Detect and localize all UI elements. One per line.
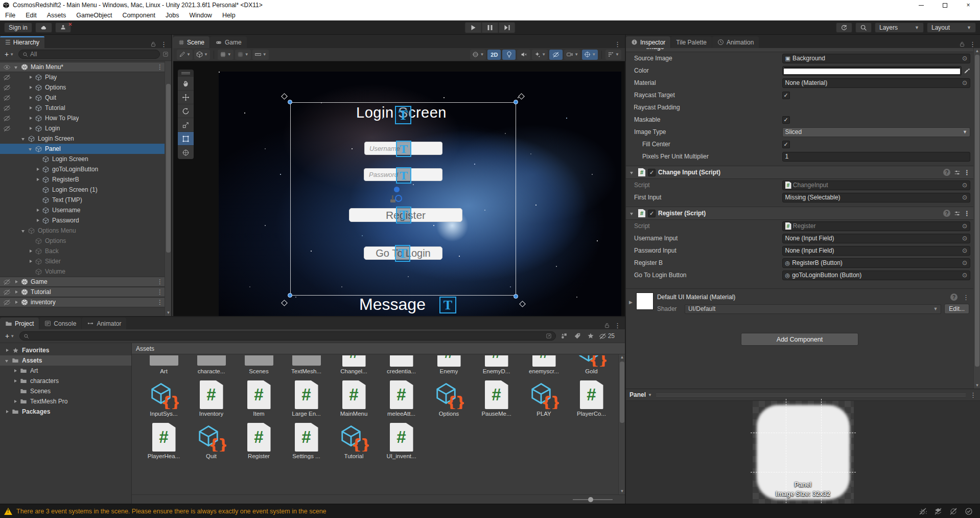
checkbox[interactable]: ✓ [782, 92, 790, 99]
foldout-arrow[interactable] [28, 105, 34, 111]
lock-icon[interactable] [959, 41, 965, 48]
kebab-menu-icon[interactable]: ⋮ [157, 278, 163, 285]
foldout-arrow[interactable] [35, 217, 41, 224]
pivot-mode-dropdown[interactable]: ▼ [194, 50, 210, 60]
visibility-off-icon[interactable] [0, 125, 13, 132]
foldout-arrow[interactable] [12, 368, 19, 374]
foldout-arrow[interactable] [12, 398, 19, 405]
grid-snap-dropdown[interactable]: ▼ [235, 50, 251, 60]
maximize-button[interactable] [933, 0, 956, 10]
material-swatch[interactable] [636, 292, 654, 310]
foldout-arrow[interactable] [28, 74, 34, 81]
kebab-menu-icon[interactable]: ⋮ [614, 322, 621, 329]
preview-type-dropdown[interactable]: Panel▼ [629, 391, 652, 398]
project-tree-item-textmesh-pro[interactable]: TextMesh Pro [0, 396, 131, 407]
text-field[interactable]: 1 [782, 152, 970, 162]
foldout-arrow[interactable] [12, 378, 19, 385]
asset-item-meleeatt[interactable]: # meleeAtt... [378, 379, 425, 417]
layers-muted-icon[interactable] [934, 507, 942, 515]
object-picker-icon[interactable]: ⊙ [962, 272, 967, 279]
status-check-icon[interactable] [965, 507, 973, 515]
menu-window[interactable]: Window [184, 12, 217, 19]
foldout-arrow[interactable] [13, 299, 20, 306]
asset-item-quit[interactable]: {} Quit [188, 422, 235, 459]
layout-dropdown[interactable]: Layout▼ [927, 22, 976, 33]
hierarchy-item-inventory[interactable]: inventory ⋮ [0, 297, 171, 307]
foldout-arrow[interactable] [4, 347, 11, 354]
hierarchy-item-login-screen[interactable]: Login Screen [0, 133, 171, 144]
asset-item-mainmenu[interactable]: # MainMenu [330, 379, 378, 417]
object-field[interactable]: Missing (Selectable) ⊙ [782, 193, 970, 202]
2d-toggle[interactable]: 2D [487, 50, 501, 60]
pause-on-error-icon[interactable] [919, 507, 927, 515]
object-field[interactable]: ◎ goToLoginButton (Button) ⊙ [782, 271, 970, 280]
foldout-arrow[interactable] [20, 228, 27, 234]
cloud-button[interactable] [35, 22, 52, 33]
assets-breadcrumb[interactable]: Assets [132, 343, 625, 354]
corner-handle[interactable] [288, 293, 292, 298]
foldout-arrow[interactable] [629, 169, 636, 176]
open-search-window-icon[interactable] [162, 51, 169, 57]
corner-handle[interactable] [514, 294, 518, 299]
dropdown-field[interactable]: Sliced▼ [782, 127, 970, 137]
search-by-type-icon[interactable] [559, 332, 569, 340]
scene-canvas-view[interactable]: Login Screen T T T Register T Go To Logi… [219, 72, 621, 316]
edit-shader-button[interactable]: Edit... [944, 304, 969, 314]
visibility-off-icon[interactable] [0, 299, 13, 306]
asset-item-pauseme[interactable]: # PauseMe... [473, 379, 520, 417]
asset-item-gold[interactable]: {} Gold [568, 355, 615, 374]
inspector-scrollbar[interactable]: ▲ ▼ [973, 48, 980, 389]
object-picker-icon[interactable]: ⊙ [962, 194, 967, 201]
hierarchy-item-username[interactable]: Username [0, 205, 171, 215]
status-bar[interactable]: There are 3 event systems in the scene. … [0, 504, 980, 518]
foldout-arrow[interactable] [28, 115, 34, 122]
hand-tool[interactable] [178, 76, 194, 90]
help-icon[interactable]: ? [950, 294, 958, 301]
scene-lighting-toggle[interactable] [502, 50, 516, 60]
shading-mode-dropdown[interactable]: ▼ [470, 50, 486, 60]
rotate-handle-icon[interactable] [281, 300, 288, 306]
hierarchy-item-volume[interactable]: Volume [0, 266, 171, 277]
object-field[interactable]: None (Input Field) ⊙ [782, 246, 970, 256]
tab-project[interactable]: Project [0, 318, 39, 329]
menu-component[interactable]: Component [117, 12, 160, 19]
asset-item-tutorial[interactable]: {} Tutorial [330, 422, 378, 459]
checkbox[interactable]: ✓ [782, 116, 790, 124]
visibility-off-icon[interactable] [0, 278, 13, 286]
component-enabled-checkbox[interactable]: ✓ [648, 169, 656, 176]
project-search-input[interactable] [19, 331, 556, 341]
asset-item-changel[interactable]: # Changel... [330, 355, 378, 374]
project-tree-item-packages[interactable]: Packages [0, 407, 131, 417]
tab-animation[interactable]: Animation [712, 36, 759, 48]
tab-animator[interactable]: Animator [82, 318, 126, 329]
menu-edit[interactable]: Edit [20, 12, 42, 19]
foldout-arrow[interactable] [28, 146, 34, 152]
create-asset-button[interactable]: +▼ [3, 332, 16, 340]
asset-item-options[interactable]: {} Options [425, 379, 473, 417]
rotate-handle-icon[interactable] [281, 93, 288, 100]
foldout-arrow[interactable] [28, 258, 34, 265]
foldout-arrow[interactable] [13, 289, 20, 296]
image-component-header-clipped[interactable]: Image [626, 48, 973, 52]
project-tree-item-characters[interactable]: characters [0, 376, 131, 386]
menu-help[interactable]: Help [217, 12, 241, 19]
search-by-label-icon[interactable] [572, 332, 582, 340]
foldout-arrow[interactable] [20, 136, 27, 142]
visibility-off-icon[interactable] [0, 94, 13, 102]
component-header[interactable]: # ✓ Register (Script) ? ⋮ [626, 207, 973, 220]
hierarchy-item-game[interactable]: Game ⋮ [0, 277, 171, 287]
object-picker-icon[interactable]: ⊙ [962, 247, 967, 254]
hierarchy-item-options-menu[interactable]: Options Menu [0, 226, 171, 236]
object-picker-icon[interactable]: ⊙ [962, 55, 967, 62]
auto-refresh-off-icon[interactable] [949, 507, 958, 515]
overlays-dropdown[interactable]: ▼ [605, 50, 621, 60]
asset-item-characte[interactable]: characte... [188, 355, 235, 374]
hierarchy-item-registerb[interactable]: RegisterB [0, 174, 171, 185]
component-enabled-checkbox[interactable]: ✓ [648, 210, 656, 217]
menu-jobs[interactable]: Jobs [160, 12, 184, 19]
kebab-menu-icon[interactable]: ⋮ [157, 299, 163, 306]
foldout-arrow[interactable] [13, 279, 20, 285]
asset-item-inventory[interactable]: # Inventory [188, 379, 235, 417]
property-label[interactable]: ▶Raycast Padding [634, 104, 782, 111]
asset-item-play[interactable]: {} PLAY [520, 379, 568, 417]
